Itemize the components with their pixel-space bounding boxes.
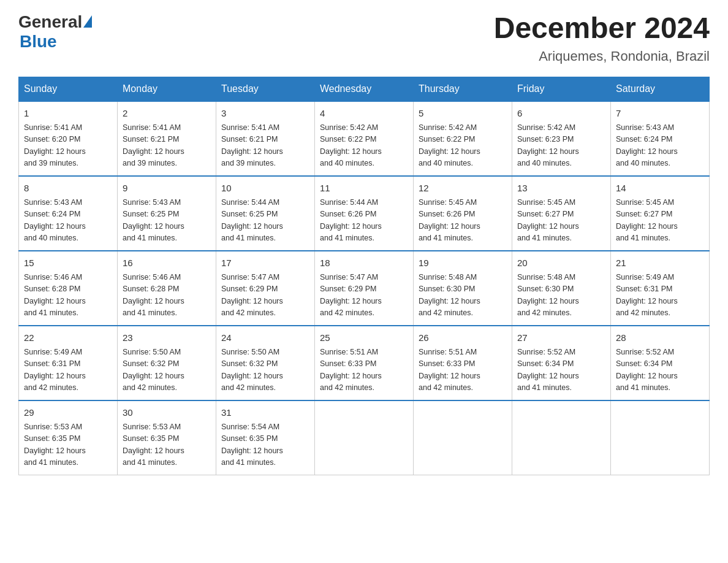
day-number: 13 — [517, 182, 605, 195]
day-info: Sunrise: 5:45 AMSunset: 6:27 PMDaylight:… — [616, 198, 678, 243]
calendar-cell — [512, 400, 611, 475]
calendar-cell: 18Sunrise: 5:47 AMSunset: 6:29 PMDayligh… — [315, 251, 414, 326]
calendar-cell: 7Sunrise: 5:43 AMSunset: 6:24 PMDaylight… — [611, 101, 710, 176]
title-area: December 2024 Ariquemes, Rondonia, Brazi… — [494, 12, 710, 64]
page-title: December 2024 — [494, 12, 710, 45]
calendar-cell: 9Sunrise: 5:43 AMSunset: 6:25 PMDaylight… — [118, 176, 216, 251]
column-header-thursday: Thursday — [414, 77, 512, 101]
day-info: Sunrise: 5:50 AMSunset: 6:32 PMDaylight:… — [221, 348, 283, 393]
day-info: Sunrise: 5:41 AMSunset: 6:21 PMDaylight:… — [221, 123, 283, 168]
calendar-week-row: 22Sunrise: 5:49 AMSunset: 6:31 PMDayligh… — [19, 326, 710, 400]
calendar-week-row: 1Sunrise: 5:41 AMSunset: 6:20 PMDaylight… — [19, 101, 710, 176]
day-info: Sunrise: 5:53 AMSunset: 6:35 PMDaylight:… — [24, 423, 86, 467]
calendar-cell: 6Sunrise: 5:42 AMSunset: 6:23 PMDaylight… — [512, 101, 611, 176]
day-number: 11 — [320, 182, 408, 195]
day-info: Sunrise: 5:42 AMSunset: 6:22 PMDaylight:… — [320, 123, 382, 168]
calendar-cell: 13Sunrise: 5:45 AMSunset: 6:27 PMDayligh… — [512, 176, 611, 251]
logo-general-text: General — [18, 12, 82, 32]
calendar-cell: 29Sunrise: 5:53 AMSunset: 6:35 PMDayligh… — [19, 400, 118, 475]
day-number: 29 — [24, 406, 112, 419]
day-number: 20 — [517, 256, 605, 270]
day-number: 24 — [221, 331, 309, 345]
calendar-cell: 20Sunrise: 5:48 AMSunset: 6:30 PMDayligh… — [512, 251, 611, 326]
day-info: Sunrise: 5:43 AMSunset: 6:24 PMDaylight:… — [24, 198, 86, 243]
day-number: 23 — [123, 331, 211, 345]
day-info: Sunrise: 5:44 AMSunset: 6:25 PMDaylight:… — [221, 198, 283, 243]
column-header-tuesday: Tuesday — [216, 77, 315, 101]
calendar-cell: 17Sunrise: 5:47 AMSunset: 6:29 PMDayligh… — [216, 251, 315, 326]
day-number: 7 — [616, 107, 704, 120]
calendar-cell: 31Sunrise: 5:54 AMSunset: 6:35 PMDayligh… — [216, 400, 315, 475]
day-info: Sunrise: 5:43 AMSunset: 6:24 PMDaylight:… — [616, 123, 678, 168]
calendar-cell: 16Sunrise: 5:46 AMSunset: 6:28 PMDayligh… — [118, 251, 216, 326]
day-info: Sunrise: 5:49 AMSunset: 6:31 PMDaylight:… — [24, 348, 86, 393]
day-number: 6 — [517, 107, 605, 120]
day-info: Sunrise: 5:51 AMSunset: 6:33 PMDaylight:… — [320, 348, 382, 393]
calendar-cell: 12Sunrise: 5:45 AMSunset: 6:26 PMDayligh… — [414, 176, 512, 251]
calendar-week-row: 15Sunrise: 5:46 AMSunset: 6:28 PMDayligh… — [19, 251, 710, 326]
day-number: 28 — [616, 331, 704, 345]
column-header-saturday: Saturday — [611, 77, 710, 101]
day-info: Sunrise: 5:48 AMSunset: 6:30 PMDaylight:… — [517, 273, 579, 318]
column-header-sunday: Sunday — [19, 77, 118, 101]
day-info: Sunrise: 5:46 AMSunset: 6:28 PMDaylight:… — [24, 273, 86, 318]
day-number: 19 — [419, 256, 507, 270]
day-info: Sunrise: 5:45 AMSunset: 6:26 PMDaylight:… — [419, 198, 480, 243]
day-info: Sunrise: 5:52 AMSunset: 6:34 PMDaylight:… — [517, 348, 579, 393]
day-info: Sunrise: 5:42 AMSunset: 6:23 PMDaylight:… — [517, 123, 579, 168]
day-number: 2 — [123, 107, 211, 120]
day-number: 5 — [419, 107, 507, 120]
day-number: 27 — [517, 331, 605, 345]
day-info: Sunrise: 5:51 AMSunset: 6:33 PMDaylight:… — [419, 348, 480, 393]
calendar-header-row: SundayMondayTuesdayWednesdayThursdayFrid… — [19, 77, 710, 101]
day-number: 22 — [24, 331, 112, 345]
day-number: 30 — [123, 406, 211, 419]
day-info: Sunrise: 5:48 AMSunset: 6:30 PMDaylight:… — [419, 273, 480, 318]
day-number: 3 — [221, 107, 309, 120]
day-info: Sunrise: 5:45 AMSunset: 6:27 PMDaylight:… — [517, 198, 579, 243]
day-info: Sunrise: 5:42 AMSunset: 6:22 PMDaylight:… — [419, 123, 480, 168]
calendar-cell: 10Sunrise: 5:44 AMSunset: 6:25 PMDayligh… — [216, 176, 315, 251]
header: General Blue December 2024 Ariquemes, Ro… — [18, 12, 710, 64]
calendar-cell: 30Sunrise: 5:53 AMSunset: 6:35 PMDayligh… — [118, 400, 216, 475]
day-number: 12 — [419, 182, 507, 195]
day-number: 16 — [123, 256, 211, 270]
calendar-table: SundayMondayTuesdayWednesdayThursdayFrid… — [18, 77, 710, 475]
day-info: Sunrise: 5:47 AMSunset: 6:29 PMDaylight:… — [221, 273, 283, 318]
calendar-cell: 15Sunrise: 5:46 AMSunset: 6:28 PMDayligh… — [19, 251, 118, 326]
subtitle: Ariquemes, Rondonia, Brazil — [494, 48, 710, 64]
column-header-monday: Monday — [118, 77, 216, 101]
day-number: 15 — [24, 256, 112, 270]
calendar-cell: 28Sunrise: 5:52 AMSunset: 6:34 PMDayligh… — [611, 326, 710, 400]
day-info: Sunrise: 5:52 AMSunset: 6:34 PMDaylight:… — [616, 348, 678, 393]
day-info: Sunrise: 5:44 AMSunset: 6:26 PMDaylight:… — [320, 198, 382, 243]
day-info: Sunrise: 5:46 AMSunset: 6:28 PMDaylight:… — [123, 273, 184, 318]
day-info: Sunrise: 5:41 AMSunset: 6:21 PMDaylight:… — [123, 123, 184, 168]
day-info: Sunrise: 5:53 AMSunset: 6:35 PMDaylight:… — [123, 423, 184, 467]
day-number: 31 — [221, 406, 309, 419]
day-number: 18 — [320, 256, 408, 270]
calendar-cell — [611, 400, 710, 475]
day-info: Sunrise: 5:50 AMSunset: 6:32 PMDaylight:… — [123, 348, 184, 393]
day-number: 1 — [24, 107, 112, 120]
logo: General Blue — [18, 12, 92, 52]
calendar-week-row: 8Sunrise: 5:43 AMSunset: 6:24 PMDaylight… — [19, 176, 710, 251]
day-number: 14 — [616, 182, 704, 195]
day-info: Sunrise: 5:49 AMSunset: 6:31 PMDaylight:… — [616, 273, 678, 318]
calendar-cell: 21Sunrise: 5:49 AMSunset: 6:31 PMDayligh… — [611, 251, 710, 326]
calendar-cell: 24Sunrise: 5:50 AMSunset: 6:32 PMDayligh… — [216, 326, 315, 400]
calendar-cell: 26Sunrise: 5:51 AMSunset: 6:33 PMDayligh… — [414, 326, 512, 400]
calendar-cell: 22Sunrise: 5:49 AMSunset: 6:31 PMDayligh… — [19, 326, 118, 400]
day-info: Sunrise: 5:41 AMSunset: 6:20 PMDaylight:… — [24, 123, 86, 168]
day-number: 25 — [320, 331, 408, 345]
column-header-friday: Friday — [512, 77, 611, 101]
calendar-cell: 14Sunrise: 5:45 AMSunset: 6:27 PMDayligh… — [611, 176, 710, 251]
calendar-cell: 4Sunrise: 5:42 AMSunset: 6:22 PMDaylight… — [315, 101, 414, 176]
calendar-cell: 5Sunrise: 5:42 AMSunset: 6:22 PMDaylight… — [414, 101, 512, 176]
day-number: 17 — [221, 256, 309, 270]
day-number: 10 — [221, 182, 309, 195]
calendar-cell: 1Sunrise: 5:41 AMSunset: 6:20 PMDaylight… — [19, 101, 118, 176]
calendar-cell: 3Sunrise: 5:41 AMSunset: 6:21 PMDaylight… — [216, 101, 315, 176]
calendar-cell: 23Sunrise: 5:50 AMSunset: 6:32 PMDayligh… — [118, 326, 216, 400]
calendar-cell: 2Sunrise: 5:41 AMSunset: 6:21 PMDaylight… — [118, 101, 216, 176]
